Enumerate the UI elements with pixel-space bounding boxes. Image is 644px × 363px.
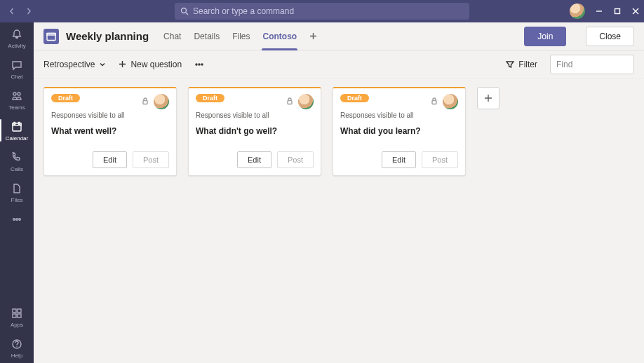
rail-label: Calls: [11, 166, 23, 172]
chevron-down-icon: [99, 61, 106, 68]
rail-apps[interactable]: Apps: [0, 301, 34, 332]
rail-label: Chat: [11, 74, 23, 80]
question-text: What didn't go well?: [196, 126, 314, 136]
svg-rect-24: [288, 101, 292, 104]
question-card: Draft Responses visible to all What did …: [333, 87, 466, 176]
rail-label: Help: [11, 352, 22, 359]
close-button[interactable]: Close: [586, 27, 634, 46]
author-avatar: [298, 94, 314, 109]
plus-icon: [309, 32, 317, 40]
question-card: Draft Responses visible to all What went…: [43, 87, 177, 176]
window-minimize-button[interactable]: [595, 7, 603, 15]
filter-button[interactable]: Filter: [506, 60, 537, 69]
new-question-button[interactable]: New question: [119, 60, 182, 69]
rail-teams[interactable]: Teams: [0, 84, 34, 115]
edit-button[interactable]: Edit: [382, 151, 416, 168]
find-field[interactable]: [550, 55, 634, 74]
global-search-input[interactable]: [193, 6, 464, 16]
apps-icon: [11, 307, 23, 320]
svg-rect-14: [18, 314, 21, 317]
more-icon: [11, 213, 23, 226]
rail-calendar[interactable]: Calendar: [0, 115, 34, 146]
svg-rect-25: [432, 101, 436, 104]
edit-button[interactable]: Edit: [237, 151, 271, 168]
lock-icon: [286, 95, 294, 108]
meeting-header: Weekly planning Chat Details Files Conto…: [34, 22, 644, 50]
visibility-note: Responses visible to all: [340, 111, 458, 119]
help-icon: [11, 338, 23, 350]
global-search[interactable]: [175, 3, 469, 20]
app-toolbar: Retrospective New question Filter: [34, 50, 644, 78]
svg-rect-13: [13, 314, 16, 317]
lock-icon: [430, 95, 438, 108]
tab-files[interactable]: Files: [232, 22, 250, 50]
main-area: Weekly planning Chat Details Files Conto…: [34, 22, 644, 363]
nav-forward-button[interactable]: [24, 6, 34, 16]
svg-point-3: [18, 93, 20, 95]
question-text: What went well?: [51, 126, 169, 136]
tab-contoso[interactable]: Contoso: [262, 22, 297, 50]
svg-point-16: [16, 346, 17, 347]
svg-rect-23: [143, 101, 147, 104]
plus-icon: [484, 94, 492, 102]
author-avatar: [154, 94, 169, 109]
rail-help[interactable]: Help: [0, 332, 34, 363]
rail-label: Files: [11, 197, 23, 203]
visibility-note: Responses visible to all: [51, 111, 169, 119]
header-tabs: Chat Details Files Contoso: [163, 22, 318, 50]
rail-chat[interactable]: Chat: [0, 53, 34, 84]
post-button[interactable]: Post: [277, 151, 314, 168]
board: Draft Responses visible to all What went…: [34, 78, 644, 363]
svg-point-10: [19, 219, 21, 221]
filter-icon: [506, 60, 514, 69]
calendar-icon: [11, 121, 23, 133]
chat-icon: [11, 59, 23, 71]
bell-icon: [11, 28, 23, 41]
teams-icon: [11, 90, 23, 102]
svg-point-2: [13, 93, 16, 95]
window-close-button[interactable]: [631, 7, 640, 15]
rail-more[interactable]: [0, 207, 34, 230]
svg-rect-1: [615, 9, 620, 14]
more-icon: [194, 60, 204, 69]
rail-files[interactable]: Files: [0, 177, 34, 207]
post-button[interactable]: Post: [133, 151, 169, 168]
svg-rect-11: [13, 309, 16, 313]
rail-label: Activity: [8, 43, 25, 49]
tab-details[interactable]: Details: [193, 22, 220, 50]
meeting-icon: [43, 29, 59, 44]
svg-point-21: [201, 64, 203, 65]
join-button[interactable]: Join: [524, 27, 566, 46]
file-icon: [11, 182, 23, 195]
lock-icon: [141, 95, 149, 108]
filter-label: Filter: [518, 60, 537, 69]
status-badge: Draft: [196, 94, 224, 102]
current-user-avatar[interactable]: [570, 4, 585, 19]
view-dropdown-label: Retrospective: [43, 60, 95, 69]
rail-calls[interactable]: Calls: [0, 146, 34, 177]
add-tab-button[interactable]: [309, 22, 318, 50]
svg-point-8: [13, 219, 15, 221]
window-maximize-button[interactable]: [613, 7, 622, 15]
view-dropdown[interactable]: Retrospective: [43, 60, 106, 69]
rail-activity[interactable]: Activity: [0, 22, 34, 53]
svg-point-9: [16, 219, 18, 221]
svg-rect-18: [47, 33, 55, 35]
status-badge: Draft: [51, 94, 80, 102]
tab-chat[interactable]: Chat: [163, 22, 182, 50]
post-button[interactable]: Post: [422, 151, 458, 168]
svg-point-20: [199, 64, 200, 65]
rail-label: Teams: [8, 104, 25, 111]
question-card: Draft Responses visible to all What didn…: [188, 87, 321, 176]
add-card-button[interactable]: [477, 87, 499, 109]
plus-icon: [119, 60, 126, 68]
visibility-note: Responses visible to all: [196, 111, 314, 119]
edit-button[interactable]: Edit: [93, 151, 127, 168]
app-rail: Activity Chat Teams Calendar Calls: [0, 22, 34, 363]
phone-icon: [11, 151, 23, 164]
find-input[interactable]: [556, 60, 644, 69]
nav-back-button[interactable]: [7, 6, 17, 16]
svg-rect-12: [18, 309, 21, 313]
svg-point-19: [196, 64, 197, 65]
toolbar-more[interactable]: [194, 60, 204, 69]
